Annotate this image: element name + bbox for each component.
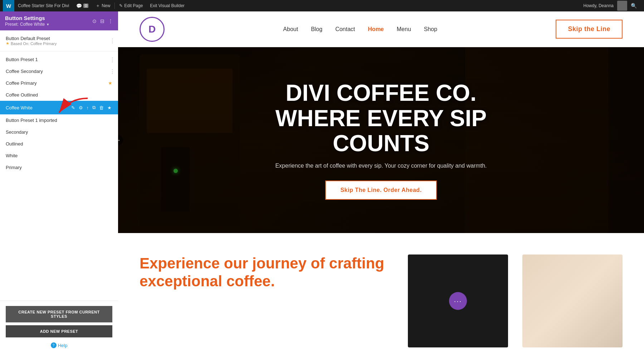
below-hero-text: Experience our journey of crafting excep… bbox=[140, 254, 394, 347]
preset-item-coffee-primary[interactable]: Coffee Primary ★ bbox=[0, 77, 118, 89]
preset-name-coffee-primary: Coffee Primary bbox=[6, 80, 112, 86]
preset-item-imported[interactable]: Button Preset 1 imported bbox=[0, 114, 118, 126]
preset-item-secondary[interactable]: Secondary bbox=[0, 126, 118, 138]
panel-title: Button Settings bbox=[5, 15, 49, 21]
preset-item-primary[interactable]: Primary bbox=[0, 162, 118, 173]
below-hero-image2 bbox=[522, 254, 623, 347]
admin-bar-right: Howdy, Deanna 🔍 bbox=[584, 1, 641, 11]
wp-admin-bar: W Coffee Starter Site For Divi 💬 0 ＋ New… bbox=[0, 0, 644, 11]
delete-preset-icon[interactable]: 🗑 bbox=[98, 104, 104, 111]
more-options-icon[interactable]: ⋮ bbox=[108, 18, 113, 24]
preset-name-primary: Primary bbox=[6, 165, 112, 170]
panel-buttons: CREATE NEW PRESET FROM CURRENT STYLES AD… bbox=[0, 301, 118, 356]
preset-name-outlined: Outlined bbox=[6, 141, 112, 147]
separator bbox=[114, 3, 115, 9]
nav-about[interactable]: About bbox=[283, 26, 298, 33]
preset-more-icon2[interactable]: ⋮ bbox=[109, 56, 115, 63]
target-icon[interactable]: ⊙ bbox=[92, 18, 97, 24]
panel-header: Button Settings Preset: Coffee White ▾ ⊙… bbox=[0, 11, 118, 30]
site-header: D About Blog Contact Home Menu Shop Skip… bbox=[118, 11, 644, 47]
hero-title: DIVI COFFEE CO. WHERE EVERY SIP COUNTS bbox=[245, 80, 517, 156]
hero-cta-button[interactable]: Skip The Line. Order Ahead. bbox=[325, 181, 436, 200]
preset-list: Button Default Preset ★ Based On: Coffee… bbox=[0, 30, 118, 301]
star-preset-icon[interactable]: ★ bbox=[107, 104, 112, 111]
site-name-text: Coffee Starter Site For Divi bbox=[18, 3, 69, 8]
copy-preset-icon[interactable]: ⧉ bbox=[92, 104, 96, 111]
exit-builder-link[interactable]: Exit Visual Builder bbox=[146, 0, 188, 11]
site-name-link[interactable]: Coffee Starter Site For Divi bbox=[14, 0, 73, 11]
exit-builder-label: Exit Visual Builder bbox=[150, 3, 185, 8]
preset-item-default[interactable]: Button Default Preset ★ Based On: Coffee… bbox=[0, 33, 118, 49]
preset-name-imported: Button Preset 1 imported bbox=[6, 118, 112, 123]
user-avatar bbox=[617, 1, 627, 11]
preset-actions: ✎ ⚙ ↑ ⧉ 🗑 ★ bbox=[70, 104, 113, 111]
comment-icon: 💬 bbox=[76, 3, 82, 9]
edit-preset-icon[interactable]: ✎ bbox=[70, 104, 76, 111]
new-link[interactable]: ＋ New bbox=[92, 0, 114, 11]
preset-name-secondary: Secondary bbox=[6, 129, 112, 135]
chevron-down-icon[interactable]: ▾ bbox=[47, 22, 49, 27]
main-content: D About Blog Contact Home Menu Shop Skip… bbox=[118, 11, 644, 356]
new-label: New bbox=[102, 3, 110, 8]
user-greeting: Howdy, Deanna bbox=[584, 3, 614, 8]
preset-based-on: ★ Based On: Coffee Primary bbox=[6, 41, 57, 46]
comment-count: 0 bbox=[83, 4, 88, 8]
logo-letter: D bbox=[148, 24, 156, 35]
help-circle-icon: ? bbox=[51, 342, 57, 348]
button-settings-panel: Button Settings Preset: Coffee White ▾ ⊙… bbox=[0, 11, 118, 356]
plus-icon: ＋ bbox=[96, 3, 100, 9]
header-cta-button[interactable]: Skip the Line bbox=[556, 20, 623, 39]
search-icon[interactable]: 🔍 bbox=[631, 3, 637, 9]
help-label: Help bbox=[58, 343, 68, 348]
panel-subtitle: Preset: Coffee White ▾ bbox=[5, 22, 49, 27]
help-link[interactable]: ? Help bbox=[6, 342, 112, 348]
divider bbox=[0, 51, 118, 51]
edit-page-label: Edit Page bbox=[124, 3, 143, 8]
nav-menu[interactable]: Menu bbox=[397, 26, 411, 33]
preset-item-preset1[interactable]: Button Preset 1 ⋮ bbox=[0, 54, 118, 65]
preset-name-coffee-white: Coffee White bbox=[6, 105, 70, 110]
preset-item-coffee-white[interactable]: Coffee White ✎ ⚙ ↑ ⧉ 🗑 ★ bbox=[0, 101, 118, 114]
star-icon-primary: ★ bbox=[108, 80, 112, 86]
preset-label: Preset: bbox=[5, 22, 19, 27]
panel-help: ? Help bbox=[6, 340, 112, 351]
columns-icon[interactable]: ⊟ bbox=[100, 18, 104, 24]
below-hero-title: Experience our journey of crafting excep… bbox=[140, 254, 394, 291]
upload-preset-icon[interactable]: ↑ bbox=[86, 104, 90, 111]
play-button[interactable] bbox=[449, 292, 467, 310]
preset-item-coffee-outlined[interactable]: Coffee Outlined bbox=[0, 89, 118, 101]
wp-logo[interactable]: W bbox=[3, 0, 14, 11]
settings-preset-icon[interactable]: ⚙ bbox=[78, 104, 84, 111]
comments-link[interactable]: 💬 0 bbox=[73, 0, 92, 11]
preset-name-coffee-outlined: Coffee Outlined bbox=[6, 92, 112, 98]
nav-contact[interactable]: Contact bbox=[335, 26, 355, 33]
preset-name-coffee-secondary: Coffee Secondary bbox=[6, 69, 112, 74]
pencil-icon: ✎ bbox=[119, 3, 123, 8]
star-filled-icon: ★ bbox=[6, 41, 9, 46]
preset-item-outlined[interactable]: Outlined bbox=[0, 138, 118, 150]
site-logo: D bbox=[140, 17, 165, 42]
preset-name-white: White bbox=[6, 153, 112, 158]
preset-more-icon3[interactable]: ⋮ bbox=[109, 68, 115, 75]
preset-name-preset1: Button Preset 1 bbox=[6, 57, 112, 62]
nav-blog[interactable]: Blog bbox=[311, 26, 322, 33]
site-nav: About Blog Contact Home Menu Shop bbox=[283, 26, 437, 33]
preset-more-icon[interactable]: ⋮ bbox=[109, 38, 115, 44]
below-hero-section: Experience our journey of crafting excep… bbox=[118, 233, 644, 356]
nav-home[interactable]: Home bbox=[368, 26, 384, 33]
panel-header-icons: ⊙ ⊟ ⋮ bbox=[92, 18, 113, 24]
below-hero-image1 bbox=[408, 254, 508, 347]
preset-name-default: Button Default Preset bbox=[6, 36, 57, 41]
add-preset-button[interactable]: ADD NEW PRESET bbox=[6, 325, 112, 337]
hero-section: DIVI COFFEE CO. WHERE EVERY SIP COUNTS E… bbox=[118, 47, 644, 233]
current-preset-name: Coffee White bbox=[20, 22, 45, 27]
preset-item-coffee-secondary[interactable]: Coffee Secondary ⋮ bbox=[0, 65, 118, 77]
wp-logo-icon: W bbox=[6, 3, 11, 9]
nav-shop[interactable]: Shop bbox=[424, 26, 437, 33]
create-preset-button[interactable]: CREATE NEW PRESET FROM CURRENT STYLES bbox=[6, 306, 112, 322]
edit-page-link[interactable]: ✎ Edit Page bbox=[116, 0, 146, 11]
hero-subtitle: Experience the art of coffee with every … bbox=[245, 163, 517, 169]
preset-item-white[interactable]: White bbox=[0, 150, 118, 162]
hero-content: DIVI COFFEE CO. WHERE EVERY SIP COUNTS E… bbox=[238, 80, 524, 199]
